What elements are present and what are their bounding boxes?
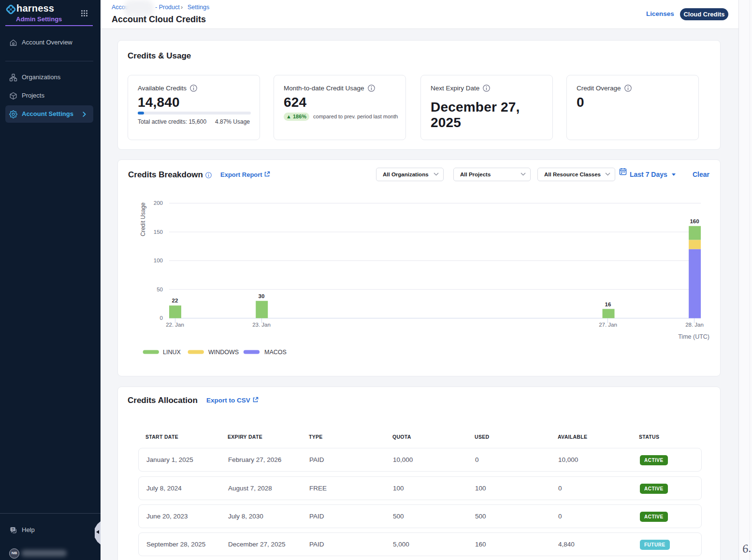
svg-text:22. Jan: 22. Jan <box>166 322 184 328</box>
svg-text:WINDOWS: WINDOWS <box>208 349 239 356</box>
svg-text:?: ? <box>12 527 14 531</box>
svg-text:100: 100 <box>154 258 163 263</box>
svg-text:16: 16 <box>605 302 611 307</box>
svg-text:Time (UTC): Time (UTC) <box>678 333 709 340</box>
svg-text:MACOS: MACOS <box>264 349 287 356</box>
svg-text:27. Jan: 27. Jan <box>599 322 617 328</box>
svg-text:22: 22 <box>172 298 178 303</box>
svg-text:150: 150 <box>154 229 163 235</box>
svg-text:28. Jan: 28. Jan <box>685 322 704 328</box>
svg-text:30: 30 <box>259 293 265 299</box>
svg-text:0: 0 <box>160 315 163 321</box>
svg-text:50: 50 <box>157 287 163 292</box>
svg-text:160: 160 <box>690 218 699 224</box>
svg-text:Credit Usage: Credit Usage <box>140 202 146 236</box>
svg-text:200: 200 <box>154 200 163 206</box>
svg-text:LINUX: LINUX <box>163 349 181 356</box>
svg-text:23. Jan: 23. Jan <box>252 322 271 328</box>
